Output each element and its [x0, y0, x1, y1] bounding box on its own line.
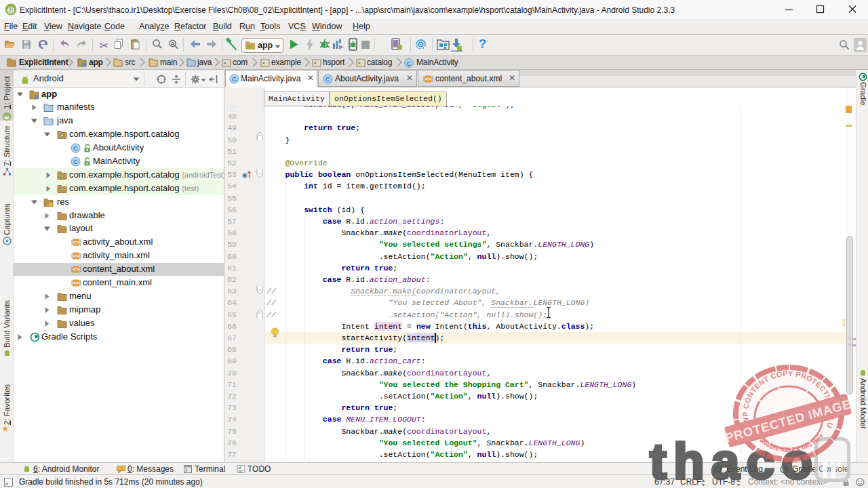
- svg-text:C: C: [73, 158, 78, 165]
- svg-text:<>: <>: [73, 240, 80, 246]
- svg-text:<>: <>: [425, 76, 432, 82]
- svg-text:C: C: [73, 144, 78, 152]
- svg-text:C: C: [326, 75, 330, 83]
- svg-text:C: C: [407, 60, 412, 67]
- svg-text:<>: <>: [73, 280, 80, 286]
- svg-text:<>: <>: [73, 253, 80, 259]
- svg-text:C: C: [232, 75, 237, 83]
- svg-text:A: A: [171, 41, 174, 47]
- svg-text:<>: <>: [73, 266, 80, 272]
